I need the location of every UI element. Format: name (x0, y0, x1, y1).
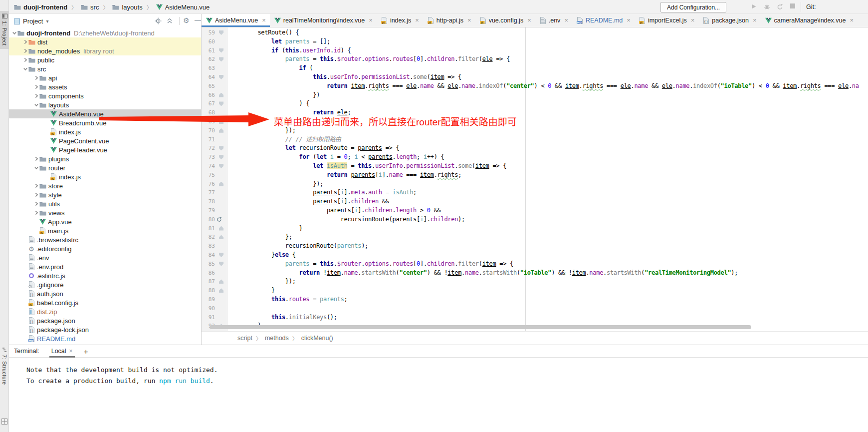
tree-item-layouts[interactable]: layouts (9, 100, 201, 109)
code-line[interactable]: } (230, 286, 275, 295)
code-line[interactable]: setRoute() { (230, 28, 299, 37)
chevron-right-icon[interactable] (34, 183, 39, 188)
git-branch-widget[interactable]: Git: (806, 0, 816, 14)
chevron-right-icon[interactable] (34, 210, 39, 215)
fold-marker-icon[interactable] (219, 262, 223, 266)
chevron-down-icon[interactable] (23, 66, 28, 71)
code-line[interactable]: let isAuth = this.userInfo.permissionLis… (230, 162, 506, 171)
editor-breadcrumb-methods[interactable]: methods (265, 335, 289, 342)
editor-tab-realtimemonitoring-index-vue[interactable]: realTimeMonitoring\index.vue× (270, 14, 377, 27)
tree-item-components[interactable]: components (9, 91, 201, 100)
breadcrumb-item-duoji-frontend[interactable]: duoji-frontend (14, 3, 67, 11)
fold-marker-icon[interactable] (219, 57, 223, 61)
chevron-right-icon[interactable] (23, 48, 28, 53)
fold-marker-icon[interactable] (219, 75, 223, 79)
tree-item-browserslistrc[interactable]: .browserslistrc (9, 235, 201, 244)
fold-marker-icon[interactable] (219, 164, 223, 168)
fold-marker-icon[interactable] (219, 128, 223, 133)
editor-tab-cameramanage-index-vue[interactable]: cameraManage\index.vue× (761, 14, 858, 27)
code-line[interactable]: return item.rights === ele.name && ele.n… (230, 82, 859, 91)
code-line[interactable]: }; (230, 233, 292, 242)
tab-close-icon[interactable]: × (467, 18, 471, 23)
tree-item-store[interactable]: store (9, 181, 201, 190)
chevron-right-icon[interactable] (34, 84, 39, 89)
breadcrumb-item-src[interactable]: src (81, 3, 99, 11)
code-editor[interactable]: 5960616263646566676869707172737475767778… (202, 27, 868, 331)
tree-item-public[interactable]: public (9, 55, 201, 64)
locate-file-icon[interactable] (155, 17, 162, 24)
add-configuration-button[interactable]: Add Configuration... (660, 2, 726, 12)
fold-marker-icon[interactable] (219, 226, 223, 231)
tree-item-index-js[interactable]: JSindex.js (9, 172, 201, 181)
tree-item-views[interactable]: views (9, 208, 201, 217)
tree-item-src[interactable]: src (9, 64, 201, 73)
tool-windows-icon[interactable] (1, 419, 7, 425)
chevron-right-icon[interactable] (34, 93, 39, 98)
tree-item-assets[interactable]: assets (9, 82, 201, 91)
tree-item-dist-zip[interactable]: dist.zip (9, 307, 201, 316)
tree-item-editorconfig[interactable]: ⚙.editorconfig (9, 244, 201, 253)
chevron-right-icon[interactable] (34, 201, 39, 206)
editor-tab-vue-config-js[interactable]: JSvue.config.js× (475, 14, 535, 27)
tree-item-index-js[interactable]: JSindex.js (9, 127, 201, 136)
code-line[interactable]: this.initialKeys(); (230, 313, 337, 322)
code-line[interactable]: parents[i].meta.auth = isAuth; (230, 188, 417, 197)
tree-item-gitignore[interactable]: .gitignore (9, 280, 201, 289)
chevron-right-icon[interactable] (23, 39, 28, 44)
fold-marker-icon[interactable] (219, 48, 223, 53)
tree-item-app-vue[interactable]: App.vue (9, 217, 201, 226)
editor-tab-importexcel-js[interactable]: JSimportExcel.js× (635, 14, 698, 27)
code-line[interactable]: recursionRoute(parents[i].children); (230, 215, 465, 224)
tree-item-asidemenu-vue[interactable]: AsideMenu.vue (9, 109, 201, 118)
editor-tab-http-api-js[interactable]: JShttp-api.js× (423, 14, 475, 27)
tree-item-breadcrumb-vue[interactable]: Breadcrumb.vue (9, 118, 201, 127)
tab-close-icon[interactable]: × (527, 18, 531, 23)
close-icon[interactable]: × (69, 348, 73, 355)
collapse-all-icon[interactable] (166, 17, 173, 24)
chevron-down-icon[interactable] (34, 165, 39, 170)
code-line[interactable]: if ( (230, 64, 313, 73)
editor-breadcrumb-script[interactable]: script (237, 335, 252, 342)
editor-tab-index-js[interactable]: JSindex.js× (377, 14, 423, 27)
stop-icon[interactable] (790, 3, 795, 8)
tree-item-router[interactable]: router (9, 163, 201, 172)
debug-icon[interactable] (764, 3, 770, 10)
tree-item-env[interactable]: .env (9, 253, 201, 262)
tree-item-node-modules[interactable]: node_moduleslibrary root (9, 46, 201, 55)
code-line[interactable]: if (this.userInfo.id) { (230, 46, 351, 55)
tree-item-package-lock-json[interactable]: {)package-lock.json (9, 325, 201, 334)
fold-marker-icon[interactable] (219, 253, 223, 257)
tree-item-env-prod[interactable]: .env.prod (9, 262, 201, 271)
tree-item-babel-config-js[interactable]: JSbabel.config.js (9, 298, 201, 307)
tree-item-pageheader-vue[interactable]: PageHeader.vue (9, 145, 201, 154)
terminal-output[interactable]: Note that the development build is not o… (9, 358, 868, 387)
editor-tab-readme-md[interactable]: MDREADME.md× (572, 14, 635, 27)
code-line[interactable]: parents[i].children.length > 0 && (230, 206, 441, 215)
tree-item-dist[interactable]: dist (9, 37, 201, 46)
code-line[interactable]: }); (230, 277, 296, 286)
tab-close-icon[interactable]: × (415, 18, 419, 23)
tab-close-icon[interactable]: × (691, 18, 695, 23)
gear-icon[interactable]: ⚙ (183, 16, 190, 24)
project-view-selector[interactable]: Project (23, 17, 43, 25)
chevron-down-icon[interactable] (34, 102, 39, 107)
code-line[interactable]: return !item.name.startsWith("center") &… (230, 269, 738, 278)
tab-close-icon[interactable]: × (850, 18, 854, 23)
chevron-right-icon[interactable] (34, 156, 39, 161)
editor-tab-package-json[interactable]: {)package.json× (698, 14, 760, 27)
fold-marker-icon[interactable] (219, 155, 223, 159)
chevron-right-icon[interactable] (23, 57, 28, 62)
toolwindow-tab-structure[interactable]: 7: Structure (0, 345, 9, 388)
code-line[interactable]: this.routes = parents; (230, 295, 348, 304)
tree-item-main-js[interactable]: JSmain.js (9, 226, 201, 235)
editor-breadcrumb-clickmenu[interactable]: clickMenu() (301, 335, 333, 342)
fold-marker-icon[interactable] (219, 146, 223, 150)
code-line[interactable]: }) (230, 91, 320, 100)
tree-item-utils[interactable]: utils (9, 199, 201, 208)
fold-marker-icon[interactable] (219, 235, 223, 239)
code-line[interactable]: let parents = []; (230, 37, 330, 46)
new-terminal-icon[interactable]: + (84, 347, 88, 356)
fold-marker-icon[interactable] (219, 101, 223, 106)
tree-item-style[interactable]: style (9, 190, 201, 199)
code-line[interactable]: recursionRoute(parents); (230, 242, 368, 251)
